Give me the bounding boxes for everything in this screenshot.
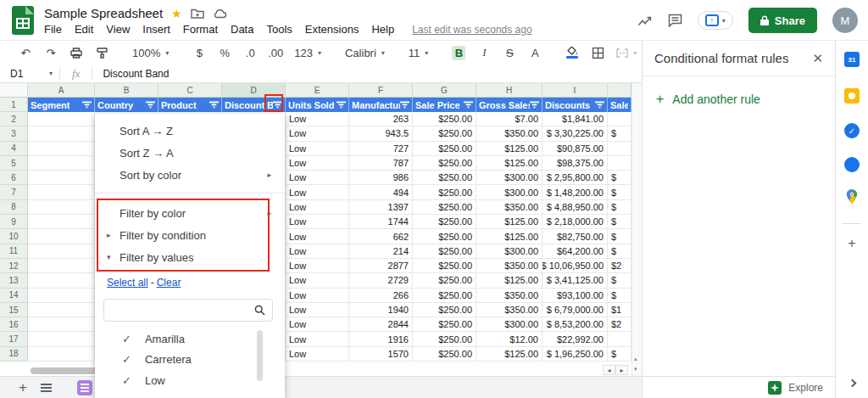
cell[interactable]: 787 bbox=[349, 156, 413, 171]
header-cell-gross-sales[interactable]: Gross Sales bbox=[476, 98, 542, 112]
filter-icon[interactable] bbox=[400, 101, 409, 109]
sheets-logo[interactable] bbox=[12, 6, 34, 38]
paint-format-button[interactable] bbox=[95, 48, 108, 59]
filter-icon[interactable] bbox=[464, 101, 473, 109]
share-button[interactable]: Share bbox=[748, 8, 817, 33]
filter-icon[interactable] bbox=[273, 101, 282, 109]
cell[interactable]: $ bbox=[608, 215, 632, 229]
cell[interactable]: $ bbox=[608, 273, 632, 288]
tasks-icon[interactable]: ✓ bbox=[844, 123, 860, 138]
cell[interactable]: Low bbox=[286, 185, 349, 199]
bold-button[interactable]: B bbox=[452, 46, 465, 60]
cell[interactable]: $ bbox=[608, 289, 632, 303]
cell[interactable]: $300.00 bbox=[476, 171, 542, 185]
row-number[interactable]: 16 bbox=[0, 317, 28, 332]
cell[interactable]: $250.00 bbox=[413, 200, 476, 215]
header-cell-segment[interactable]: Segment bbox=[28, 98, 95, 112]
menu-file[interactable]: File bbox=[44, 23, 62, 36]
cell[interactable]: 662 bbox=[349, 229, 413, 244]
row-number[interactable]: 5 bbox=[0, 156, 28, 171]
cell[interactable] bbox=[28, 185, 95, 199]
cell[interactable]: $1 bbox=[608, 303, 632, 317]
cloud-status-icon[interactable] bbox=[213, 8, 227, 19]
add-sheet-icon[interactable]: + bbox=[19, 379, 27, 396]
cell[interactable] bbox=[28, 112, 95, 126]
header-cell-discount-bar[interactable]: Discount Bar bbox=[222, 98, 286, 112]
cell[interactable]: Low bbox=[286, 303, 349, 317]
column-header-C[interactable]: C bbox=[159, 83, 222, 98]
row-number[interactable]: 3 bbox=[0, 126, 28, 141]
value-list-scrollbar[interactable] bbox=[257, 330, 263, 381]
cell[interactable]: $250.00 bbox=[413, 156, 476, 171]
cell[interactable]: 494 bbox=[349, 185, 413, 199]
avatar[interactable]: M bbox=[832, 8, 858, 33]
cell[interactable]: $ 6,79,000.00 bbox=[542, 303, 608, 317]
row-number[interactable]: 17 bbox=[0, 332, 28, 346]
menu-item-sort-by-color[interactable]: Sort by color▸ bbox=[95, 164, 285, 186]
row-number[interactable]: 4 bbox=[0, 142, 28, 156]
cell[interactable]: Low bbox=[286, 126, 349, 141]
cell[interactable]: $250.00 bbox=[413, 259, 476, 273]
cell[interactable] bbox=[28, 273, 95, 288]
header-cell-discounts[interactable]: Discounts bbox=[542, 98, 608, 112]
cell[interactable]: $ 10,06,950.00 bbox=[542, 259, 608, 273]
grid-corner[interactable] bbox=[0, 83, 28, 98]
present-to-meeting-button[interactable]: ↑ ▾ bbox=[698, 11, 733, 30]
cell[interactable]: $250.00 bbox=[413, 142, 476, 156]
row-number[interactable]: 11 bbox=[0, 244, 28, 259]
cell[interactable]: Low bbox=[286, 156, 349, 171]
cell[interactable]: $ bbox=[608, 244, 632, 259]
header-cell-manufacturi[interactable]: Manufacturi bbox=[349, 98, 413, 112]
cell[interactable]: $250.00 bbox=[413, 347, 476, 362]
explore-icon[interactable] bbox=[768, 381, 782, 395]
row-number[interactable]: 8 bbox=[0, 200, 28, 215]
row-number[interactable]: 7 bbox=[0, 185, 28, 199]
cell[interactable]: $125.00 bbox=[476, 347, 542, 362]
cell[interactable]: 2844 bbox=[349, 317, 413, 332]
cell[interactable] bbox=[28, 303, 95, 317]
cell[interactable] bbox=[28, 156, 95, 171]
header-cell-country[interactable]: Country bbox=[95, 98, 159, 112]
cell[interactable]: $ 3,30,225.00 bbox=[542, 126, 608, 141]
cell[interactable]: 214 bbox=[349, 244, 413, 259]
explore-button[interactable]: Explore bbox=[788, 382, 823, 394]
row-number[interactable]: 2 bbox=[0, 112, 28, 126]
cell[interactable]: Low bbox=[286, 200, 349, 215]
cell[interactable] bbox=[28, 171, 95, 185]
cell[interactable]: $ bbox=[608, 185, 632, 199]
cell[interactable]: $12.00 bbox=[476, 332, 542, 346]
cell[interactable] bbox=[608, 332, 632, 346]
vertical-scrollbar[interactable]: ▴ ▾ bbox=[632, 83, 642, 376]
cell[interactable]: $64,200.00 bbox=[542, 244, 608, 259]
column-header-I[interactable]: I bbox=[542, 83, 608, 98]
cell[interactable] bbox=[608, 112, 632, 126]
cell[interactable]: $125.00 bbox=[476, 156, 542, 171]
star-icon[interactable]: ★ bbox=[171, 8, 182, 20]
column-header-H[interactable]: H bbox=[476, 83, 542, 98]
menu-view[interactable]: View bbox=[106, 23, 130, 36]
undo-button[interactable]: ↶ bbox=[19, 47, 32, 59]
cell[interactable]: $250.00 bbox=[413, 289, 476, 303]
cell[interactable] bbox=[608, 156, 632, 171]
column-header-E[interactable]: E bbox=[286, 83, 349, 98]
cell[interactable]: 1570 bbox=[349, 347, 413, 362]
cell[interactable]: $350.00 bbox=[476, 126, 542, 141]
cell[interactable]: 2877 bbox=[349, 259, 413, 273]
filter-icon[interactable] bbox=[146, 101, 155, 109]
menu-edit[interactable]: Edit bbox=[75, 23, 93, 36]
cell[interactable]: $350.00 bbox=[476, 259, 542, 273]
borders-button[interactable] bbox=[591, 48, 604, 59]
cell[interactable]: 1744 bbox=[349, 215, 413, 229]
cell[interactable]: 266 bbox=[349, 289, 413, 303]
fill-color-button[interactable] bbox=[565, 47, 579, 59]
cell[interactable]: $ bbox=[608, 200, 632, 215]
font-size-select[interactable]: 11▾ bbox=[409, 47, 429, 59]
column-header-B[interactable]: B bbox=[95, 83, 159, 98]
header-cell-sale-price[interactable]: Sale Price bbox=[413, 98, 476, 112]
cell[interactable]: $98,375.00 bbox=[542, 156, 608, 171]
row-number[interactable]: 18 bbox=[0, 347, 28, 362]
stats-icon[interactable] bbox=[637, 14, 653, 26]
number-format-menu[interactable]: 123▾ bbox=[294, 47, 321, 59]
cell[interactable]: Low bbox=[286, 289, 349, 303]
cell[interactable]: $2 bbox=[608, 317, 632, 332]
